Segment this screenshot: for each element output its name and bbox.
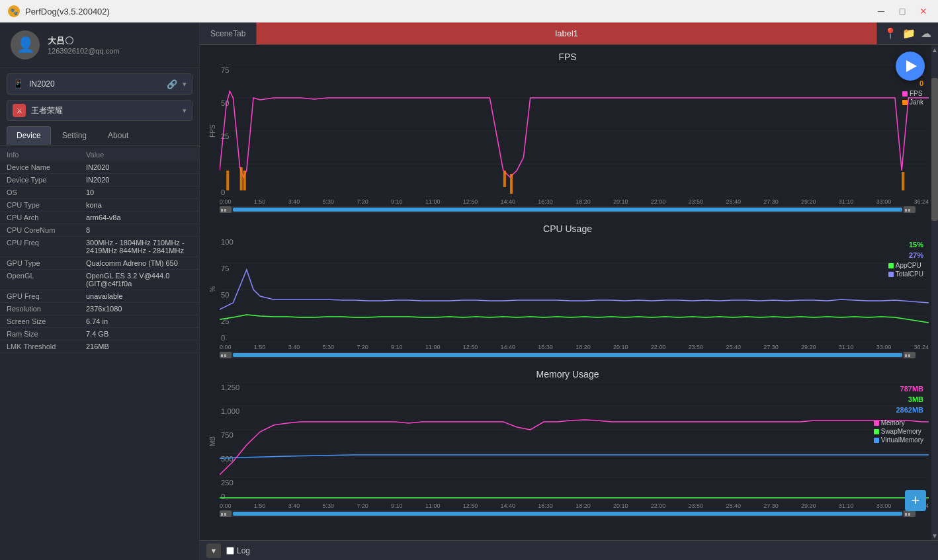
collapse-button[interactable]: ▼ [206, 543, 221, 558]
window-controls[interactable]: ─ □ ✕ [874, 5, 930, 18]
cloud-icon[interactable]: ☁ [921, 27, 931, 40]
scroll-down-arrow[interactable]: ▼ [931, 531, 938, 540]
swap-legend-dot [874, 429, 879, 434]
memory-y-axis: MB [206, 382, 218, 501]
svg-text:25: 25 [221, 132, 229, 140]
log-checkbox-label[interactable]: Log [226, 546, 250, 555]
fps-scrollbar[interactable] [220, 206, 916, 213]
fps-scroll-track[interactable] [233, 208, 902, 212]
svg-rect-17 [905, 209, 907, 212]
svg-text:500: 500 [221, 455, 234, 463]
memory-time-ticks: 0:001:503:405:307:209:1011:0012:5014:401… [220, 502, 929, 509]
maximize-button[interactable]: □ [896, 5, 909, 18]
right-scrollbar[interactable]: ▲ ▼ [931, 45, 938, 540]
info-row-value: 10 [86, 188, 192, 196]
user-info: 大吕〇 1263926102@qq.com [48, 35, 119, 55]
virtual-legend-label: VirtualMemory [881, 436, 923, 444]
device-name-label: IN2020 [29, 79, 161, 89]
minimize-button[interactable]: ─ [874, 5, 888, 18]
game-selector[interactable]: ⚔ 王者荣耀 ▾ [7, 100, 192, 121]
chevron-down-icon: ▾ [183, 80, 187, 89]
svg-rect-29 [221, 354, 223, 357]
game-chevron-icon: ▾ [183, 106, 187, 115]
svg-text:75: 75 [221, 66, 229, 74]
memory-legend-mem: Memory [874, 419, 923, 426]
info-table-row: OpenGLOpenGL ES 3.2 V@444.0 (GIT@c4f1f0a [0, 270, 199, 290]
location-icon[interactable]: 📍 [884, 27, 897, 40]
cpu-scroll-left[interactable] [220, 352, 232, 358]
cpu-chart-container: % 100 75 50 25 [206, 237, 929, 342]
info-row-value: 300MHz - 1804MHz 710MHz - 2419MHz 844MHz… [86, 239, 192, 255]
play-button[interactable] [896, 52, 925, 81]
tab-setting[interactable]: Setting [52, 126, 97, 145]
cpu-y-axis: % [206, 237, 218, 342]
svg-rect-31 [905, 354, 907, 357]
info-table-row: Device NameIN2020 [0, 161, 199, 174]
svg-text:1,250: 1,250 [221, 383, 239, 391]
tab-device[interactable]: Device [7, 126, 51, 145]
swap-legend-label: SwapMemory [881, 428, 921, 435]
svg-rect-9 [226, 171, 229, 190]
log-checkbox[interactable] [226, 547, 234, 555]
col-value-header: Value [86, 151, 192, 159]
app-cpu-legend-dot [888, 263, 894, 268]
right-content: SceneTab label1 📍 📁 ☁ FPS FPS [200, 22, 938, 560]
svg-text:250: 250 [221, 479, 234, 487]
info-row-value: Qualcomm Adreno (TM) 650 [86, 259, 192, 267]
svg-text:50: 50 [221, 99, 229, 107]
memory-scroll-left[interactable] [220, 510, 232, 517]
fps-time-axis: 0:001:503:405:307:209:1011:0012:5014:401… [206, 197, 929, 205]
info-row-key: Ram Size [7, 330, 86, 338]
svg-rect-46 [224, 513, 226, 516]
tab-about[interactable]: About [98, 126, 138, 145]
folder-icon[interactable]: 📁 [902, 27, 916, 40]
scroll-v-thumb[interactable] [931, 78, 938, 221]
log-label: Log [237, 546, 250, 555]
scroll-up-arrow[interactable]: ▲ [931, 45, 938, 54]
memory-legend-label: Memory [881, 419, 905, 426]
svg-rect-48 [908, 513, 910, 516]
title-bar: 🐾 PerfDog(v3.5.200402) ─ □ ✕ [0, 0, 938, 22]
close-button[interactable]: ✕ [917, 5, 930, 18]
scene-tab-bar: SceneTab label1 📍 📁 ☁ [200, 22, 938, 45]
main-layout: 👤 大吕〇 1263926102@qq.com 📱 IN2020 🔗 ▾ ⚔ 王… [0, 22, 938, 560]
memory-legend-swap: SwapMemory [874, 428, 923, 435]
charts-area[interactable]: FPS FPS 75 50 [200, 45, 938, 540]
memory-scrollbar[interactable] [220, 510, 916, 517]
info-row-value: 6.74 in [86, 317, 192, 325]
info-row-key: Screen Size [7, 317, 86, 325]
info-row-value: OpenGL ES 3.2 V@444.0 (GIT@c4f1f0a [86, 272, 192, 288]
memory-scroll-right[interactable] [904, 510, 916, 517]
info-table: Info Value Device NameIN2020Device TypeI… [0, 145, 199, 560]
cpu-time-axis: 0:001:503:405:307:209:1011:0012:5014:401… [206, 342, 929, 350]
cpu-scroll-track[interactable] [233, 353, 902, 357]
cpu-scroll-right[interactable] [904, 352, 916, 358]
memory-scroll-track[interactable] [233, 512, 902, 516]
info-row-key: Device Name [7, 163, 86, 171]
svg-text:50: 50 [221, 291, 229, 299]
add-chart-button[interactable]: + [905, 490, 926, 511]
app-title: PerfDog(v3.5.200402) [25, 7, 110, 17]
svg-text:75: 75 [221, 264, 229, 272]
scene-tab-actions: 📍 📁 ☁ [876, 22, 938, 44]
info-row-key: GPU Freq [7, 292, 86, 300]
scroll-v-track[interactable] [931, 54, 938, 531]
active-scene-label[interactable]: label1 [257, 22, 876, 44]
app-cpu-value: 15% [909, 241, 923, 249]
svg-text:0: 0 [221, 334, 225, 342]
svg-rect-13 [510, 174, 513, 194]
fps-scroll-right[interactable] [904, 206, 916, 213]
info-table-row: CPU Freq300MHz - 1804MHz 710MHz - 2419MH… [0, 237, 199, 257]
info-row-key: Resolution [7, 305, 86, 313]
fps-legend-label: FPS [910, 90, 922, 97]
info-table-row: CPU Typekona [0, 199, 199, 212]
svg-rect-45 [221, 513, 223, 516]
fps-scroll-left[interactable] [220, 206, 232, 213]
info-row-value: IN2020 [86, 176, 192, 184]
info-row-key: Device Type [7, 176, 86, 184]
scene-tab-label: SceneTab [200, 22, 257, 44]
device-selector[interactable]: 📱 IN2020 🔗 ▾ [7, 73, 192, 95]
cpu-chart-inner: 100 75 50 25 0 15% 27% [220, 237, 929, 342]
cpu-scrollbar[interactable] [220, 352, 916, 358]
info-table-row: GPU Frequnavailable [0, 290, 199, 303]
